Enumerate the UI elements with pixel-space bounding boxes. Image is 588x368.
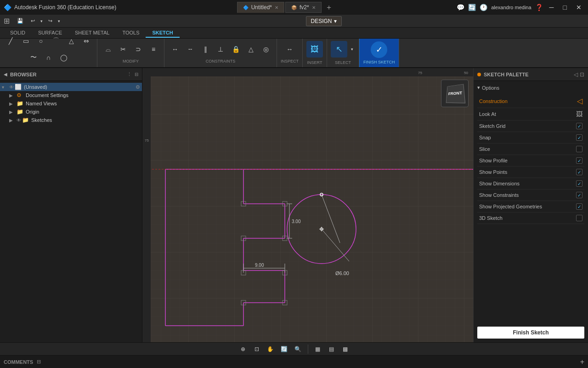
settings-icon-unsaved[interactable]: ⚙: [136, 84, 140, 90]
browser-pin-icon[interactable]: ⊟: [135, 72, 138, 77]
grid-display-btn[interactable]: ▤: [326, 344, 338, 354]
rect-tool[interactable]: ▭: [19, 34, 33, 48]
options-arrow[interactable]: ▾: [477, 85, 480, 91]
display-mode-btn[interactable]: ▦: [312, 344, 324, 354]
redo-dropdown[interactable]: ▾: [57, 17, 61, 25]
tab-new[interactable]: ＋: [322, 3, 336, 12]
tab-fv2[interactable]: 📦 fv2* ✕: [285, 2, 322, 13]
arc-tool[interactable]: ⌒: [49, 34, 63, 48]
pan-tool[interactable]: ✋: [265, 344, 277, 354]
undo-button[interactable]: ↩: [28, 17, 38, 25]
visibility-unsaved[interactable]: 👁: [9, 85, 14, 90]
expander-named-views[interactable]: ▶: [9, 101, 17, 106]
tree-item-doc-settings[interactable]: ▶ ⚙ Document Settings: [0, 91, 142, 99]
save-button[interactable]: 💾: [14, 17, 26, 25]
conic-tool[interactable]: ∩: [42, 51, 56, 64]
show-projected-checkbox[interactable]: [576, 203, 582, 210]
parallel-tool[interactable]: ∥: [198, 42, 212, 56]
tab-untitled[interactable]: 🔷 Untitled* ✕: [237, 2, 284, 13]
view-box-tool[interactable]: ⊡: [251, 344, 263, 354]
palette-row-look-at[interactable]: Look At 🖼: [477, 108, 584, 121]
tree-item-origin[interactable]: ▶ 📁 Origin: [0, 108, 142, 116]
trim-tool[interactable]: ✂: [116, 42, 130, 56]
lock-tool[interactable]: 🔒: [229, 42, 243, 56]
expander-origin[interactable]: ▶: [9, 109, 17, 115]
inspect-tool[interactable]: ↔: [283, 42, 297, 56]
view-move-tool[interactable]: ⊕: [237, 344, 249, 354]
select-tool[interactable]: ↖: [331, 41, 347, 58]
tree-item-sketches[interactable]: ▶ 👁 📁 Sketches: [0, 116, 142, 124]
insert-tool[interactable]: 🖼: [306, 41, 323, 58]
tree-item-named-views[interactable]: ▶ 📁 Named Views: [0, 99, 142, 108]
expander-doc-settings[interactable]: ▶: [9, 93, 17, 98]
fillet-tool[interactable]: ⌓: [101, 42, 115, 56]
palette-row-show-points[interactable]: Show Points: [477, 167, 584, 178]
history-icon[interactable]: 🕐: [480, 4, 487, 11]
palette-row-3d-sketch[interactable]: 3D Sketch: [477, 213, 584, 224]
comments-expand-icon[interactable]: ⊟: [37, 359, 41, 365]
finish-sketch-label[interactable]: FINISH SKETCH: [363, 60, 395, 64]
3d-sketch-checkbox[interactable]: [576, 215, 582, 221]
finish-sketch-button[interactable]: Finish Sketch: [477, 327, 584, 339]
concentric-tool[interactable]: ◎: [259, 42, 273, 56]
sketch-dim-tool[interactable]: ↔: [168, 42, 182, 56]
construction-icon[interactable]: ◁: [577, 97, 582, 105]
polygon-tool[interactable]: △: [64, 34, 78, 48]
browser-options-icon[interactable]: ⋮: [127, 71, 132, 77]
palette-row-slice[interactable]: Slice: [477, 144, 584, 155]
palette-pin-icon[interactable]: ◁: [574, 71, 578, 78]
palette-row-construction[interactable]: Construction ◁: [477, 94, 584, 108]
snap-checkbox[interactable]: [576, 134, 582, 141]
ellipse-tool[interactable]: ◯: [57, 51, 71, 64]
sketch-grid-checkbox[interactable]: [576, 123, 582, 129]
minimize-button[interactable]: ─: [547, 3, 557, 12]
expander-unsaved[interactable]: ▾: [2, 85, 9, 90]
show-profile-checkbox[interactable]: [576, 157, 582, 164]
palette-row-show-dimensions[interactable]: Show Dimensions: [477, 178, 584, 190]
tangent-tool[interactable]: △: [244, 42, 258, 56]
show-points-checkbox[interactable]: [576, 169, 582, 175]
tab-tools[interactable]: TOOLS: [116, 29, 146, 38]
browser-collapse-arrow[interactable]: ◀: [4, 72, 7, 77]
palette-expand-icon[interactable]: ⊡: [580, 71, 584, 78]
tab-close-fv2[interactable]: ✕: [312, 5, 316, 10]
mirror-tool[interactable]: ⇔: [79, 34, 93, 48]
help-icon[interactable]: ❓: [535, 4, 543, 11]
select-dropdown[interactable]: ▾: [349, 42, 355, 56]
user-label[interactable]: alexandro medina: [491, 5, 531, 10]
design-workspace-button[interactable]: DESIGN ▾: [306, 16, 342, 26]
updates-icon[interactable]: 🔄: [468, 4, 476, 11]
viewport[interactable]: 9.00 3.00 Ø6.00 75 50: [142, 68, 473, 342]
maximize-button[interactable]: □: [560, 3, 570, 12]
expander-sketches[interactable]: ▶: [9, 118, 17, 123]
tab-close-untitled[interactable]: ✕: [275, 5, 278, 10]
redo-button[interactable]: ↪: [45, 17, 55, 25]
undo-dropdown[interactable]: ▾: [40, 17, 44, 25]
notifications-icon[interactable]: 💬: [457, 4, 464, 11]
perp-tool[interactable]: ⊥: [214, 42, 227, 56]
spline-tool[interactable]: 〜: [27, 51, 40, 64]
circle-tool[interactable]: ○: [34, 34, 48, 48]
look-at-icon[interactable]: 🖼: [576, 110, 582, 118]
visibility-sketches[interactable]: 👁: [17, 118, 21, 123]
close-button[interactable]: ✕: [573, 3, 584, 12]
tree-item-unsaved[interactable]: ▾ 👁 ⬜ (Unsaved) ⚙: [0, 83, 142, 91]
palette-row-show-constraints[interactable]: Show Constraints: [477, 190, 584, 201]
orbit-tool[interactable]: 🔄: [278, 344, 290, 354]
comments-add-icon[interactable]: +: [580, 358, 584, 366]
view-cube[interactable]: FRONT: [441, 80, 469, 107]
palette-row-snap[interactable]: Snap: [477, 132, 584, 144]
palette-row-show-projected[interactable]: Show Projected Geometries: [477, 201, 584, 213]
snapping-btn[interactable]: ▩: [339, 344, 351, 354]
palette-row-sketch-grid[interactable]: Sketch Grid: [477, 121, 584, 132]
horiz-tool[interactable]: ╌: [183, 42, 197, 56]
break-tool[interactable]: ≡: [147, 42, 160, 56]
palette-row-show-profile[interactable]: Show Profile: [477, 155, 584, 167]
show-constraints-checkbox[interactable]: [576, 192, 582, 198]
extend-tool[interactable]: ⊃: [131, 42, 145, 56]
show-dimensions-checkbox[interactable]: [576, 180, 582, 187]
zoom-tool[interactable]: 🔍: [292, 344, 304, 354]
tab-sketch[interactable]: SKETCH: [146, 29, 179, 38]
line-tool[interactable]: ╱: [4, 34, 17, 48]
slice-checkbox[interactable]: [576, 146, 582, 152]
